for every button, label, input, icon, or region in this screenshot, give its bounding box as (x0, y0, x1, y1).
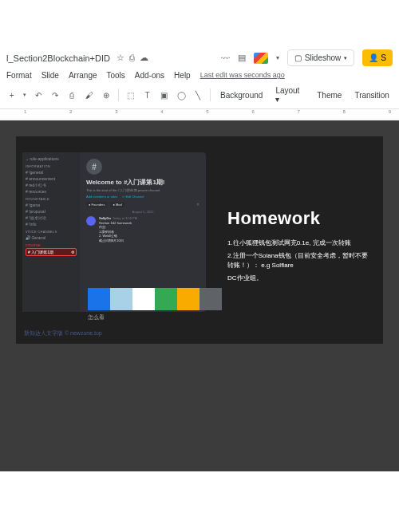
line-icon[interactable]: ╲ (193, 89, 203, 100)
trend-icon[interactable]: 〰 (221, 53, 230, 63)
theme-button[interactable]: Theme (314, 89, 345, 101)
new-slide-icon[interactable]: + (6, 89, 17, 100)
transition-button[interactable]: Transition (351, 89, 393, 101)
undo-icon[interactable]: ↶ (33, 89, 43, 100)
textbox-icon[interactable]: T (142, 89, 152, 100)
menu-slide[interactable]: Slide (41, 71, 59, 80)
channel-roleapp: ⌄ role-applications (26, 156, 77, 162)
document-title: l_Section2Blockchain+DID (6, 53, 110, 63)
avatar (86, 216, 96, 226)
select-icon[interactable]: ⬚ (125, 89, 136, 100)
move-icon[interactable]: ⎙ (129, 53, 135, 63)
last-edit-link[interactable]: Last edit was seconds ago (200, 71, 285, 80)
homework-item: 2.注册一个Solana钱包（目前安全考虑，暂时不要转账！）： e.g Solf… (227, 251, 371, 270)
print-icon[interactable]: ⎙ (67, 89, 77, 100)
menu-help[interactable]: Help (174, 71, 191, 80)
cloud-icon[interactable]: ☁ (140, 53, 148, 63)
homework-item: 1.往小狐狸钱包测试网充0.1e, 完成一次转账 (227, 238, 371, 248)
background-button[interactable]: Background (217, 89, 266, 101)
share-button[interactable]: 👤 S (362, 49, 393, 66)
person-icon: 👤 (369, 53, 378, 62)
menu-format[interactable]: Format (6, 71, 32, 80)
palette-label: 怎么看 (88, 313, 105, 321)
add-members-link: Add members or roles (86, 195, 117, 199)
homework-item: DC作业组。 (227, 274, 371, 283)
channel-active: # 入门课第1期 ⚙ (26, 248, 77, 256)
layout-button[interactable]: Layout ▾ (272, 85, 307, 105)
footer-link: 新知达人文字版 © newzone.top (24, 329, 102, 337)
shape-icon[interactable]: ◯ (176, 89, 186, 100)
redo-icon[interactable]: ↷ (50, 89, 61, 100)
play-icon: ▢ (294, 53, 302, 62)
menu-arrange[interactable]: Arrange (69, 71, 97, 80)
hash-icon: # (86, 159, 102, 175)
horizontal-ruler: 123456789 (0, 109, 399, 120)
star-icon[interactable]: ☆ (117, 53, 124, 63)
menu-addons[interactable]: Add-ons (135, 71, 164, 80)
slideshow-button[interactable]: ▢ Slideshow ▾ (287, 49, 355, 66)
menu-tools[interactable]: Tools (107, 71, 125, 80)
paint-icon[interactable]: 🖌 (84, 89, 94, 100)
slide-content: ⌄ role-applications INFORMATION # !gener… (16, 136, 383, 344)
homework-title: Homework (227, 208, 371, 229)
edit-channel-link: ✏ Edit Channel (122, 195, 144, 199)
color-palette (88, 288, 222, 310)
zoom-icon[interactable]: ⊕ (101, 89, 111, 100)
comment-icon[interactable]: ▤ (238, 53, 246, 63)
slide-canvas[interactable]: ⌄ role-applications INFORMATION # !gener… (0, 120, 399, 471)
image-icon[interactable]: ▣ (159, 89, 169, 100)
meet-icon[interactable] (254, 53, 268, 64)
discord-welcome: Welcome to #入门课第1期! (86, 178, 200, 187)
